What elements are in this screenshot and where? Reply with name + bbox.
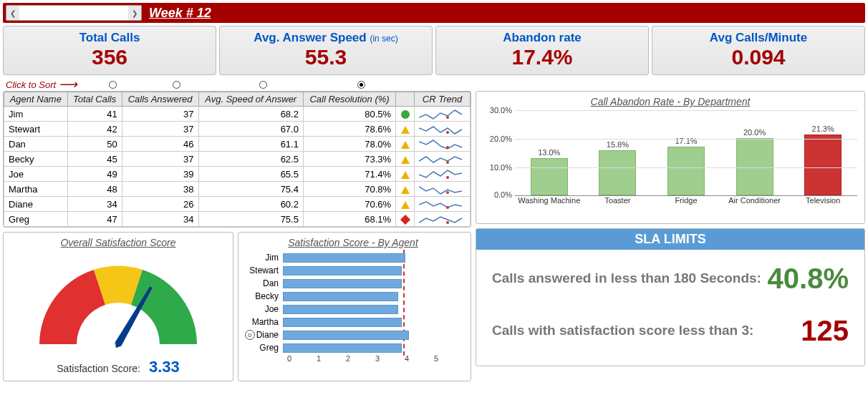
hbar-row: Martha bbox=[243, 316, 463, 328]
table-row: Martha483875.470.8% bbox=[4, 182, 471, 197]
agent-table: Agent NameTotal CallsCalls AnsweredAvg. … bbox=[4, 92, 471, 227]
sparkline-icon bbox=[419, 107, 463, 120]
hbar-label: Becky bbox=[243, 291, 283, 301]
vbar: 21.3% bbox=[789, 125, 857, 195]
abandon-x-labels: Washing MachineToasterFridgeAir Conditio… bbox=[515, 196, 857, 205]
svg-point-1 bbox=[446, 131, 449, 134]
cell-speed: 75.5 bbox=[198, 212, 303, 227]
status-yellow-icon bbox=[401, 201, 410, 209]
cell-resolution: 70.8% bbox=[303, 182, 395, 197]
status-yellow-icon bbox=[401, 126, 410, 134]
cell-resolution: 78.6% bbox=[303, 122, 395, 137]
agent-sat-panel: Satisfaction Score - By Agent JimStewart… bbox=[238, 232, 471, 381]
agent-name: Becky bbox=[4, 152, 68, 167]
cell-calls: 50 bbox=[67, 137, 122, 152]
cell-answered: 37 bbox=[122, 107, 198, 122]
kpi-value: 356 bbox=[6, 45, 213, 69]
gauge-score-label: Satisfaction Score: bbox=[57, 363, 140, 374]
sparkline-icon bbox=[419, 122, 463, 135]
hbar-fill bbox=[283, 318, 402, 327]
table-row: Dan504661.178.0% bbox=[4, 137, 471, 152]
status-green-icon bbox=[401, 110, 410, 119]
sla-panel: SLA LIMITS Calls answered in less than 1… bbox=[476, 228, 865, 366]
cell-resolution: 78.0% bbox=[303, 137, 395, 152]
gauge-score-row: Satisfaction Score: 3.33 bbox=[8, 358, 228, 376]
header-bar: ❮ ❯ Week # 12 bbox=[3, 3, 865, 23]
vbar-fill bbox=[599, 150, 636, 195]
agent-name: Joe bbox=[4, 167, 68, 182]
cell-calls: 42 bbox=[67, 122, 122, 137]
hbar-label: Stewart bbox=[243, 265, 283, 275]
hbar-row: Stewart bbox=[243, 264, 463, 277]
sla-row2-text: Calls with satisfaction score less than … bbox=[492, 323, 801, 339]
gauge-score-value: 3.33 bbox=[149, 358, 180, 376]
agent-name: Dan bbox=[4, 137, 68, 152]
sort-radio-total-calls[interactable] bbox=[109, 81, 117, 89]
agent-name: Greg bbox=[4, 212, 68, 227]
hbar-row: Dan bbox=[243, 277, 463, 290]
hbar-label: Joe bbox=[243, 304, 283, 314]
hbar-row: Greg bbox=[243, 341, 463, 354]
cell-answered: 46 bbox=[122, 137, 198, 152]
sla-row1-text: Calls answered in less than 180 Seconds: bbox=[492, 270, 768, 287]
scroll-left-button[interactable]: ❮ bbox=[6, 6, 19, 20]
cell-calls: 34 bbox=[67, 197, 122, 212]
table-row: Stewart423767.078.6% bbox=[4, 122, 471, 137]
hbar-row: Jim bbox=[243, 251, 463, 264]
abandon-title: Call Abandon Rate - By Department bbox=[483, 96, 857, 107]
cell-calls: 49 bbox=[67, 167, 122, 182]
hbar-track bbox=[283, 292, 463, 301]
col-header: Avg. Speed of Answer bbox=[198, 92, 303, 107]
abandon-panel: Call Abandon Rate - By Department 30.0% … bbox=[476, 91, 865, 224]
sort-radio-resolution[interactable] bbox=[357, 81, 365, 89]
cell-speed: 62.5 bbox=[198, 152, 303, 167]
kpi-value: 55.3 bbox=[223, 45, 429, 69]
hbar-fill bbox=[283, 305, 398, 314]
hbar-track bbox=[283, 266, 463, 275]
axis-tick: 3 bbox=[375, 354, 405, 363]
cell-indicator bbox=[396, 107, 415, 122]
col-header bbox=[396, 92, 415, 107]
cell-speed: 67.0 bbox=[198, 122, 303, 137]
vbar-fill bbox=[804, 135, 842, 195]
status-yellow-icon bbox=[401, 186, 410, 194]
cell-resolution: 68.1% bbox=[303, 212, 395, 227]
axis-tick: 2 bbox=[346, 354, 375, 363]
hbar-label: Dan bbox=[243, 278, 283, 288]
axis-tick: 1 bbox=[317, 354, 346, 363]
ytick: 0.0% bbox=[483, 190, 512, 199]
sparkline-icon bbox=[419, 137, 463, 150]
cell-answered: 37 bbox=[122, 122, 198, 137]
cell-calls: 45 bbox=[67, 152, 122, 167]
hbar-fill bbox=[283, 331, 409, 340]
scroll-right-button[interactable]: ❯ bbox=[128, 6, 141, 20]
sparkline-icon bbox=[419, 182, 463, 195]
hbar-label: ☺Diane bbox=[243, 330, 283, 341]
sort-radio-calls-answered[interactable] bbox=[173, 81, 180, 89]
cell-resolution: 80.5% bbox=[303, 107, 395, 122]
week-label: Week # 12 bbox=[149, 6, 211, 21]
col-header: Calls Answered bbox=[122, 92, 198, 107]
svg-point-7 bbox=[446, 221, 449, 224]
week-scrollbar[interactable]: ❮ ❯ bbox=[6, 5, 142, 21]
hbar-fill bbox=[283, 343, 402, 353]
vbar-fill bbox=[667, 147, 705, 195]
status-yellow-icon bbox=[401, 156, 410, 164]
sort-radio-speed[interactable] bbox=[259, 81, 267, 89]
cell-speed: 75.4 bbox=[198, 182, 303, 197]
cell-answered: 26 bbox=[122, 197, 198, 212]
cell-trend bbox=[415, 167, 471, 182]
cell-indicator bbox=[396, 212, 415, 227]
vbar: 17.1% bbox=[652, 137, 720, 195]
cell-indicator bbox=[396, 152, 415, 167]
sort-hint: Click to Sort bbox=[6, 79, 56, 90]
vbar-value-label: 21.3% bbox=[812, 125, 834, 133]
gauge-panel: Overall Satisfaction Score Satisfaction … bbox=[3, 232, 233, 381]
cell-trend bbox=[415, 137, 471, 152]
vbar-fill bbox=[736, 138, 773, 195]
kpi-title: Total Calls bbox=[79, 31, 140, 44]
abandon-chart: 30.0% 20.0% 10.0% 0.0% 13.0%15.8%17.1%20… bbox=[515, 110, 857, 196]
cell-indicator bbox=[396, 167, 415, 182]
kpi-abandon-rate: Abandon rate 17.4% bbox=[435, 26, 649, 75]
sla-header: SLA LIMITS bbox=[476, 229, 864, 250]
